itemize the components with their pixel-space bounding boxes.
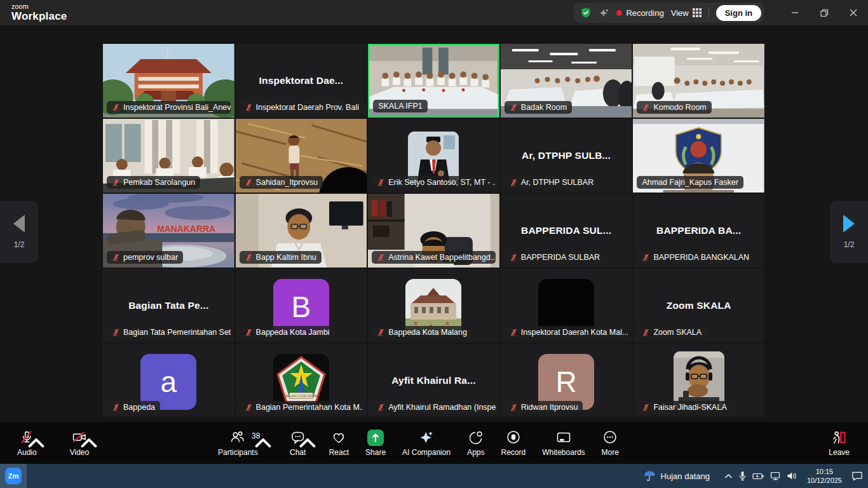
muted-mic-icon — [112, 104, 120, 112]
ai-companion-button[interactable]: AI Companion — [394, 422, 459, 464]
share-button[interactable]: Share — [357, 422, 394, 464]
divider — [709, 8, 709, 18]
participant-tile-bapperida-sulbar[interactable]: BAPPERIDA SUL... BAPPERIDA SULBAR — [501, 194, 632, 268]
participant-tile-ar-dtphp-sulbar[interactable]: Ar, DTPHP SULB... Ar, DTPHP SULBAR — [501, 119, 632, 193]
page-indicator: 1/2 — [844, 240, 855, 249]
participant-tile-zoom-skala[interactable]: Zoom SKALA Zoom SKALA — [633, 269, 764, 342]
muted-mic-icon — [642, 403, 650, 412]
chat-button[interactable]: Chat — [281, 422, 315, 464]
participant-tile-ridwan-itprovsu[interactable]: R Ridwan Itprovsu — [501, 344, 632, 417]
participant-tile-inspektorat-daerah-kota-malang[interactable]: Inspektorat Daerah Kota Mal... — [501, 269, 632, 342]
leave-button[interactable]: Leave — [820, 422, 858, 464]
participant-tile-erik-setyo-santoso[interactable]: Erik Setyo Santoso, ST, MT - ... — [368, 119, 499, 193]
sign-in-button[interactable]: Sign in — [716, 5, 761, 21]
apps-button[interactable]: Apps — [459, 422, 492, 464]
weather-text: Hujan datang — [661, 471, 710, 481]
restore-button[interactable] — [810, 0, 839, 25]
chat-options-chevron[interactable] — [299, 435, 316, 451]
previous-page-button[interactable]: 1/2 — [0, 201, 38, 263]
close-button[interactable] — [839, 0, 868, 25]
participants-button[interactable]: 38 Participants — [210, 422, 266, 464]
participant-tile-bapperida-bangkalan[interactable]: BAPPERIDA BA... BAPPERIDA BANGKALAN — [633, 194, 764, 268]
muted-mic-icon — [245, 403, 253, 412]
participant-tile-bappeda[interactable]: a Bappeda — [103, 344, 234, 417]
ai-companion-status-icon[interactable] — [599, 8, 609, 18]
participant-name-label: Bappeda — [107, 401, 160, 414]
participant-name-label: BAPPERIDA SULBAR — [505, 251, 605, 264]
grid-view-icon — [693, 8, 702, 17]
record-icon — [505, 430, 522, 446]
security-shield-icon[interactable] — [580, 7, 592, 18]
view-button[interactable]: View — [671, 8, 702, 18]
tray-volume-icon[interactable] — [787, 471, 797, 480]
participant-name-label: Erik Setyo Santoso, ST, MT - ... — [372, 176, 496, 189]
taskbar-zoom-button[interactable]: Zm — [0, 464, 27, 488]
more-icon — [602, 430, 618, 446]
participant-name-label: SKALA IFP1 — [373, 100, 427, 112]
participant-tile-komodo-room[interactable]: Komodo Room — [633, 44, 764, 118]
tray-network-icon[interactable] — [770, 471, 781, 480]
participant-tile-bagian-tata-pemerintahan[interactable]: Bagian Tata Pe... Bagian Tata Pemerintah… — [103, 269, 234, 342]
tray-battery-icon[interactable] — [752, 472, 764, 480]
video-button[interactable]: Video — [62, 422, 97, 464]
minimize-button[interactable] — [780, 0, 810, 25]
zoom-meeting-window: zoom Workplace Recording View — [0, 0, 868, 488]
windows-taskbar: Zm Hujan datang 10:15 10/12/2025 — [0, 464, 868, 488]
participant-name-label: Sahidan_Itprovsu — [240, 176, 323, 189]
participant-name-label: Ar, DTPHP SULBAR — [505, 176, 599, 189]
participant-name-label: Bappeda Kota Jambi — [240, 326, 335, 339]
muted-mic-icon — [377, 179, 385, 187]
muted-mic-icon — [112, 329, 120, 337]
participant-tile-bappeda-kota-jambi[interactable]: B Bappeda Kota Jambi — [236, 269, 367, 342]
participant-name-label: Bappeda Kota Malang — [372, 326, 472, 339]
participant-tile-pemkab-sarolangun[interactable]: Pemkab Sarolangun — [103, 119, 234, 193]
apps-icon — [468, 430, 484, 446]
audio-options-chevron[interactable] — [28, 435, 44, 451]
muted-mic-icon — [377, 254, 385, 262]
muted-mic-icon — [377, 403, 385, 412]
taskbar-clock[interactable]: 10:15 10/12/2025 — [807, 467, 842, 485]
participant-tile-inspektorat-provinsi-bali[interactable]: Inspektorat Provinsi Bali_Anev — [103, 44, 234, 118]
participant-tile-astrina-kawet[interactable]: Astrina Kawet Bappelitbangd... — [368, 194, 499, 268]
muted-mic-icon — [245, 179, 253, 187]
muted-mic-icon — [510, 179, 518, 187]
whiteboards-button[interactable]: Whiteboards — [534, 422, 593, 464]
audio-button[interactable]: Audio — [9, 422, 45, 464]
participant-name-label: Komodo Room — [637, 101, 711, 114]
brand-workplace: Workplace — [11, 11, 67, 22]
taskbar-weather-widget[interactable]: Hujan datang — [643, 470, 719, 482]
participant-grid: Inspektorat Provinsi Bali_Anev Inspektor… — [103, 44, 764, 417]
participant-tile-bappeda-kota-malang[interactable]: Bappeda Kota Malang — [368, 269, 499, 342]
participant-tile-faisar-jihadi[interactable]: Faisar Jihadi- S Faisar Jihadi-SKALA — [633, 344, 764, 417]
participant-tile-ayfit-khairul-ramadhan[interactable]: Ayfit Khairul Ra... Ayfit Khairul Ramadh… — [368, 344, 499, 417]
participant-name-label: Bapp Kaltim Ibnu — [240, 251, 322, 264]
page-indicator: 1/2 — [14, 240, 25, 249]
participant-tile-bapp-kaltim-ibnu[interactable]: Bapp Kaltim Ibnu — [236, 194, 367, 268]
share-screen-icon — [367, 430, 384, 446]
rain-umbrella-icon — [643, 470, 656, 482]
participant-tile-badak-room[interactable]: Badak Room — [501, 44, 632, 118]
next-page-button[interactable]: 1/2 — [830, 201, 868, 263]
zoom-app-icon: Zm — [5, 468, 22, 484]
participant-tile-ahmad-fajri[interactable]: Ahmad Fajri_Kapus Fasker — [633, 119, 764, 193]
participant-name-label: Astrina Kawet Bappelitbangd... — [372, 251, 496, 264]
participant-name-label: Zoom SKALA — [637, 326, 707, 339]
participant-tile-skala-ifp1[interactable]: SKALA IFP1 — [368, 44, 499, 118]
recording-label: Recording — [626, 8, 663, 18]
participant-tile-inspektorat-daerah-prov-bali[interactable]: Inspektorat Dae... Inspektorat Daerah Pr… — [236, 44, 367, 118]
clock-time: 10:15 — [807, 467, 842, 476]
participant-tile-bagian-pemerintahan-kota-malang[interactable]: MALANG KUCECWARA Bagian Pemerintahan Kot… — [236, 344, 367, 417]
more-button[interactable]: More — [593, 422, 627, 464]
record-button[interactable]: Record — [493, 422, 534, 464]
participant-name-label: Ahmad Fajri_Kapus Fasker — [637, 176, 743, 189]
react-button[interactable]: React — [321, 422, 357, 464]
muted-mic-icon — [112, 254, 120, 262]
participant-tile-pemprov-sulbar[interactable]: MANAKARRA pemprov sulbar — [103, 194, 234, 268]
tray-mic-icon[interactable] — [738, 471, 747, 481]
muted-mic-icon — [642, 329, 650, 337]
participants-options-chevron[interactable] — [255, 435, 271, 451]
tray-expand-chevron[interactable] — [724, 473, 733, 479]
video-options-chevron[interactable] — [81, 435, 97, 451]
participant-tile-sahidan-itprovsu[interactable]: Sahidan_Itprovsu — [236, 119, 367, 193]
notification-center-icon[interactable] — [851, 471, 863, 481]
